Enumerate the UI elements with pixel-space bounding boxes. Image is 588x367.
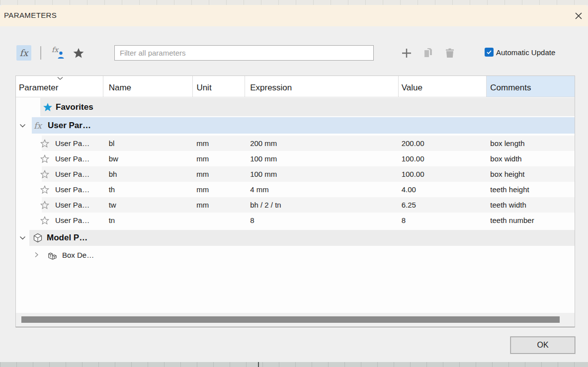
dialog-titlebar: PARAMETERS xyxy=(0,5,588,26)
comments-cell[interactable]: teeth number xyxy=(487,213,575,228)
parameters-toolbar: fx fx xyxy=(0,26,588,75)
chevron-down-icon[interactable] xyxy=(19,123,27,129)
automatic-update-toggle[interactable]: Automatic Update xyxy=(485,48,555,57)
table-header-row: Parameter Name Unit Expression Value Com… xyxy=(16,76,575,97)
favorite-star-outline-icon[interactable] xyxy=(39,154,51,164)
parameters-table: Parameter Name Unit Expression Value Com… xyxy=(15,75,575,327)
favorite-star-outline-icon[interactable] xyxy=(39,200,51,210)
comments-cell[interactable]: box width xyxy=(487,151,575,166)
name-cell[interactable]: th xyxy=(103,182,193,197)
user-parameters-label: User Par… xyxy=(48,121,91,131)
chevron-down-icon[interactable] xyxy=(19,235,27,241)
model-parameters-group-row[interactable]: Model P… xyxy=(16,230,575,246)
column-header-comments[interactable]: Comments xyxy=(487,76,575,97)
timeline-divider xyxy=(258,362,259,367)
checkbox-checked-icon[interactable] xyxy=(485,48,494,57)
name-cell[interactable]: tw xyxy=(103,197,193,213)
value-cell: 4.00 xyxy=(399,182,487,197)
dialog-title: PARAMETERS xyxy=(4,11,57,19)
close-icon[interactable] xyxy=(573,10,584,21)
show-favorites-button[interactable] xyxy=(71,45,86,61)
favorite-star-outline-icon[interactable] xyxy=(39,139,51,148)
favorite-star-outline-icon[interactable] xyxy=(39,169,51,179)
expression-cell[interactable]: 100 mm xyxy=(245,151,398,166)
value-cell: 6.25 xyxy=(399,197,487,213)
column-header-name[interactable]: Name xyxy=(103,76,193,97)
column-header-value[interactable]: Value xyxy=(399,76,487,97)
value-cell: 200.00 xyxy=(399,136,487,151)
user-person-icon xyxy=(57,51,65,59)
delete-parameter-icon[interactable] xyxy=(443,46,457,60)
unit-cell xyxy=(193,213,245,228)
canvas-grid-top xyxy=(0,0,588,5)
toolbar-separator xyxy=(40,46,41,60)
unit-cell: mm xyxy=(193,136,245,151)
favorites-group-row[interactable]: Favorites xyxy=(16,98,575,116)
value-cell: 100.00 xyxy=(399,151,487,166)
comments-cell[interactable]: box length xyxy=(487,136,575,151)
unit-cell: mm xyxy=(193,151,245,166)
automatic-update-label: Automatic Update xyxy=(496,48,555,57)
expression-cell[interactable]: 100 mm xyxy=(245,166,398,182)
unit-cell: mm xyxy=(193,182,245,197)
parameter-row-bw[interactable]: User Pa… bw mm 100 mm 100.00 box width xyxy=(16,151,575,166)
add-user-parameter-button[interactable]: fx xyxy=(50,45,68,61)
horizontal-scrollbar-thumb[interactable] xyxy=(21,316,560,323)
filter-expressions-button[interactable]: fx xyxy=(16,45,31,61)
parameter-row-tn[interactable]: User Pa… tn 8 8 teeth number xyxy=(16,213,575,228)
expression-cell[interactable]: 4 mm xyxy=(245,182,398,197)
ok-button[interactable]: OK xyxy=(510,337,575,354)
star-filled-icon xyxy=(72,47,85,60)
model-parameters-label: Model P… xyxy=(47,233,87,243)
component-part-icon xyxy=(46,249,58,261)
name-cell[interactable]: bh xyxy=(103,166,193,182)
user-parameters-group-row[interactable]: fx User Par… xyxy=(16,117,575,134)
parameter-row-bh[interactable]: User Pa… bh mm 100 mm 100.00 box height xyxy=(16,166,575,182)
filter-parameters-input[interactable] xyxy=(114,45,374,61)
fusion-app-screen: PARAMETERS fx fx xyxy=(0,0,588,367)
parameter-row-bl[interactable]: User Pa… bl mm 200 mm 200.00 box length xyxy=(16,136,575,151)
chevron-right-icon[interactable] xyxy=(34,251,41,258)
name-cell[interactable]: bw xyxy=(103,151,193,166)
favorite-star-outline-icon[interactable] xyxy=(39,185,51,195)
timeline-strip xyxy=(0,362,588,367)
favorites-label: Favorites xyxy=(56,102,93,112)
parameter-row-tw[interactable]: User Pa… tw mm bh / 2 / tn 6.25 teeth wi… xyxy=(16,197,575,213)
parameter-row-th[interactable]: User Pa… th mm 4 mm 4.00 teeth height xyxy=(16,182,575,197)
fx-icon: fx xyxy=(20,48,28,58)
sort-chevron-icon[interactable] xyxy=(57,76,64,81)
parameters-dialog: PARAMETERS fx fx xyxy=(0,5,588,362)
box-design-label: Box De… xyxy=(62,251,94,259)
comments-cell[interactable]: teeth width xyxy=(487,197,575,213)
copy-parameter-icon[interactable] xyxy=(421,46,435,60)
column-header-unit[interactable]: Unit xyxy=(193,76,245,97)
value-cell: 8 xyxy=(399,213,487,228)
unit-cell: mm xyxy=(193,197,245,213)
expression-cell[interactable]: bh / 2 / tn xyxy=(245,197,398,213)
comments-cell[interactable]: teeth height xyxy=(487,182,575,197)
model-cube-icon xyxy=(32,232,44,243)
add-parameter-icon[interactable] xyxy=(400,46,414,60)
dialog-footer: OK xyxy=(0,327,588,362)
column-header-expression[interactable]: Expression xyxy=(245,76,398,97)
name-cell[interactable]: tn xyxy=(103,213,193,228)
box-design-row[interactable]: Box De… xyxy=(16,247,575,263)
fx-group-icon: fx xyxy=(34,121,45,131)
name-cell[interactable]: bl xyxy=(103,136,193,151)
comments-cell[interactable]: box height xyxy=(487,166,575,182)
value-cell: 100.00 xyxy=(399,166,487,182)
expression-cell[interactable]: 200 mm xyxy=(245,136,398,151)
unit-cell: mm xyxy=(193,166,245,182)
favorites-star-icon xyxy=(42,102,54,113)
favorite-star-outline-icon[interactable] xyxy=(39,216,51,225)
horizontal-scrollbar-track[interactable] xyxy=(16,313,575,327)
expression-cell[interactable]: 8 xyxy=(245,213,398,228)
column-header-parameter[interactable]: Parameter xyxy=(16,76,103,97)
